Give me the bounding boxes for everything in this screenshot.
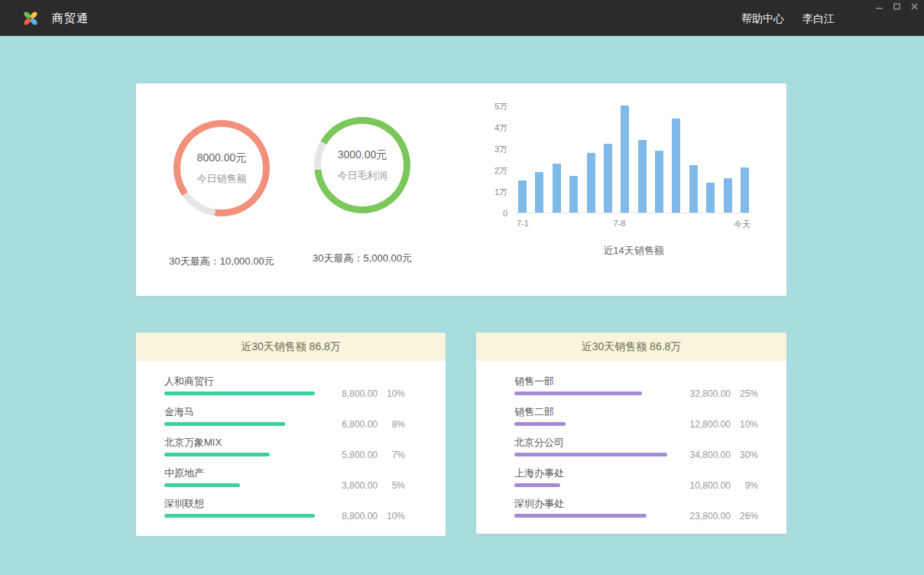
row-value: 12,800.00 (676, 419, 731, 430)
customer-rows: 人和商贸行8,800.0010%金海马6,800.008%北京万象MIX5,80… (136, 361, 446, 524)
ring-footnote: 30天最高：5,000.00元 (295, 252, 430, 265)
overview-card: 8000.00元 今日销售额 30天最高：10,000.00元 3000.00元… (136, 83, 786, 296)
row-value: 8,800.00 (323, 511, 378, 521)
row-percent: 30% (731, 450, 758, 460)
bar (706, 183, 715, 213)
progress-bar-fill (514, 514, 647, 518)
donut-ring: 3000.00元 今日毛利润 (314, 117, 410, 213)
row-name: 北京分公司 (514, 437, 758, 448)
row-value: 23,800.00 (676, 511, 731, 521)
progress-bar-fill (164, 422, 285, 426)
row-percent: 25% (731, 388, 758, 399)
row-value: 10,800.00 (676, 480, 731, 491)
progress-bar (514, 391, 667, 395)
row-figures: 23,800.0026% (676, 508, 758, 522)
chart-caption: 近14天销售额 (515, 244, 752, 258)
y-tick-label: 5万 (494, 102, 507, 111)
row-name: 人和商贸行 (164, 375, 405, 387)
x-tick-label: 7-1 (517, 219, 529, 228)
x-axis: 7-17-8今天 (515, 213, 752, 227)
list-item: 人和商贸行8,800.0010% (164, 371, 405, 401)
progress-bar-fill (514, 453, 667, 456)
row-value: 34,800.00 (676, 450, 731, 460)
list-item: 销售二部12,800.0010% (514, 401, 758, 432)
row-value: 5,800.00 (323, 450, 378, 460)
bar (553, 164, 561, 213)
progress-bar-fill (514, 391, 642, 395)
y-tick-label: 4万 (494, 123, 507, 132)
row-percent: 26% (731, 511, 758, 521)
department-sales-panel: 近30天销售额 86.8万 销售一部32,800.0025%销售二部12,800… (476, 333, 786, 534)
row-figures: 34,800.0030% (676, 447, 758, 461)
row-figures: 3,800.005% (323, 478, 405, 492)
list-item: 深圳办事处23,800.0026% (514, 493, 758, 524)
row-name: 深圳办事处 (514, 498, 758, 509)
ring-footnote: 30天最高：10,000.00元 (154, 255, 289, 268)
row-percent: 8% (378, 419, 405, 430)
bar (518, 180, 527, 213)
bar (569, 176, 578, 213)
today-sales-ring: 8000.00元 今日销售额 30天最高：10,000.00元 (154, 120, 289, 268)
ring-label: 今日销售额 (197, 172, 247, 186)
list-item: 金海马6,800.008% (164, 401, 405, 432)
help-center-link[interactable]: 帮助中心 (741, 12, 784, 26)
list-item: 深圳联想8,800.0010% (164, 493, 405, 524)
window-controls (874, 2, 919, 10)
progress-bar (164, 453, 315, 456)
progress-bar (164, 391, 315, 395)
progress-bar-fill (514, 483, 560, 487)
progress-bar (514, 514, 667, 518)
row-value: 3,800.00 (323, 480, 378, 491)
bar (724, 178, 732, 213)
row-name: 销售二部 (514, 406, 758, 417)
list-item: 北京万象MIX5,800.007% (164, 432, 405, 463)
ring-value: 8000.00元 (197, 151, 247, 165)
row-name: 北京万象MIX (164, 437, 405, 448)
x-tick-label: 7-8 (613, 219, 625, 228)
titlebar: 商贸通 帮助中心 李白江 (0, 0, 924, 36)
row-percent: 7% (378, 450, 405, 460)
row-percent: 10% (731, 419, 758, 430)
ring-label: 今日毛利润 (338, 169, 387, 183)
maximize-icon[interactable] (892, 2, 901, 10)
minimize-icon[interactable] (874, 2, 883, 10)
row-name: 中原地产 (164, 467, 405, 479)
panel-title: 近30天销售额 86.8万 (476, 333, 786, 361)
row-name: 上海办事处 (514, 467, 758, 479)
y-tick-label: 2万 (494, 166, 507, 175)
progress-bar (164, 514, 315, 518)
bar (672, 119, 680, 213)
row-value: 6,800.00 (323, 419, 378, 430)
list-item: 中原地产3,800.005% (164, 463, 405, 493)
row-percent: 10% (378, 388, 405, 399)
bar (535, 172, 543, 213)
row-value: 32,800.00 (676, 388, 731, 399)
user-menu[interactable]: 李白江 (802, 12, 835, 26)
row-percent: 5% (378, 480, 405, 491)
customer-sales-panel: 近30天销售额 86.8万 人和商贸行8,800.0010%金海马6,800.0… (136, 333, 446, 536)
row-name: 销售一部 (514, 375, 758, 387)
progress-bar (164, 483, 315, 487)
y-tick-label: 1万 (494, 187, 507, 197)
row-figures: 5,800.007% (323, 447, 405, 461)
row-figures: 12,800.0010% (676, 417, 758, 430)
y-tick-label: 0 (503, 209, 507, 218)
list-item: 上海办事处10,800.009% (514, 463, 758, 493)
progress-bar-fill (164, 391, 315, 395)
progress-bar (514, 453, 667, 456)
bar (621, 106, 629, 213)
sales-bar-plot (515, 106, 752, 213)
close-icon[interactable] (909, 2, 919, 10)
donut-ring: 8000.00元 今日销售额 (173, 120, 270, 216)
progress-bar-fill (164, 453, 270, 456)
list-item: 北京分公司34,800.0030% (514, 432, 758, 463)
bar (655, 151, 663, 213)
row-percent: 10% (378, 511, 405, 521)
bar (689, 165, 698, 213)
y-tick-label: 3万 (494, 145, 507, 154)
row-figures: 10,800.009% (676, 478, 758, 492)
progress-bar (514, 422, 667, 426)
row-name: 深圳联想 (164, 498, 405, 509)
bar (604, 144, 612, 213)
progress-bar (164, 422, 315, 426)
